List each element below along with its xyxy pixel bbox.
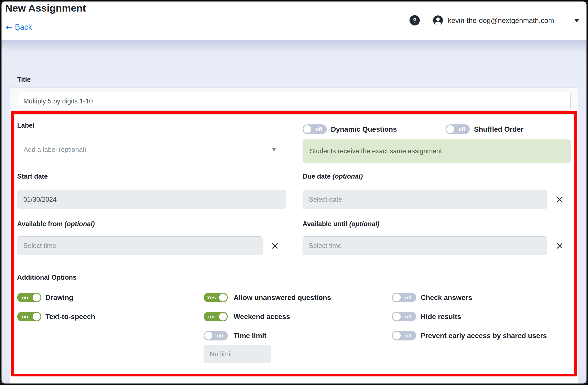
dropdown-caret-icon: ▼	[272, 139, 276, 160]
toggle-knob	[219, 294, 227, 302]
allow-unanswered-label: Allow unanswered questions	[233, 292, 331, 303]
label-field-label: Label	[17, 122, 35, 129]
due-date-clear-icon[interactable]	[556, 196, 564, 203]
back-link-label: Back	[15, 23, 32, 32]
back-arrow-icon: ←	[6, 23, 13, 31]
account-caret-icon[interactable]	[574, 19, 579, 22]
toggle-knob	[393, 294, 401, 302]
available-from-input[interactable]	[17, 236, 262, 255]
toggle-knob	[393, 313, 401, 321]
account-email[interactable]: kevin-the-dog@nextgenmath.com	[448, 17, 554, 25]
text-to-speech-toggle[interactable]: on	[17, 312, 41, 321]
due-date-label-text: Due date	[303, 173, 331, 180]
weekend-access-label: Weekend access	[233, 312, 290, 322]
top-bar: New Assignment ← Back ? kevin-the-dog@ne…	[0, 0, 588, 40]
label-select[interactable]: Add a label (optional) ▼	[17, 139, 286, 160]
available-from-optional-text: (optional)	[64, 220, 95, 228]
time-limit-input[interactable]	[204, 345, 271, 363]
app-window: New Assignment ← Back ? kevin-the-dog@ne…	[0, 0, 588, 385]
available-until-label: Available until (optional)	[303, 220, 379, 228]
back-link[interactable]: ← Back	[6, 23, 32, 32]
toggle-knob	[393, 332, 401, 340]
prevent-early-access-label: Prevent early access by shared users	[421, 331, 547, 341]
due-date-input[interactable]	[303, 190, 547, 209]
due-date-optional-text: (optional)	[333, 173, 363, 180]
page-title: New Assignment	[5, 2, 86, 14]
available-from-label-text: Available from	[17, 220, 63, 228]
text-to-speech-label: Text-to-speech	[45, 312, 95, 322]
time-limit-label: Time limit	[233, 331, 266, 341]
available-from-label: Available from (optional)	[17, 220, 95, 228]
question-mark-icon: ?	[413, 17, 417, 24]
available-until-clear-icon[interactable]	[556, 242, 564, 250]
title-field-label: Title	[17, 76, 31, 83]
additional-options-heading: Additional Options	[17, 274, 77, 281]
shuffled-order-toggle[interactable]: off	[445, 124, 470, 134]
dynamic-questions-toggle[interactable]: off	[303, 124, 327, 134]
hide-results-label: Hide results	[421, 312, 461, 322]
time-limit-toggle[interactable]: off	[204, 331, 228, 341]
toggle-knob	[204, 332, 212, 340]
start-date-input[interactable]	[17, 190, 286, 209]
check-answers-toggle[interactable]: off	[392, 293, 416, 302]
toggle-knob	[446, 125, 454, 133]
toggle-knob	[219, 313, 227, 321]
drawing-label: Drawing	[45, 292, 73, 303]
toggle-knob	[33, 294, 41, 302]
check-answers-label: Check answers	[421, 292, 472, 303]
available-until-input[interactable]	[303, 236, 547, 255]
toggle-knob	[303, 125, 311, 133]
toggle-knob	[33, 313, 41, 321]
start-date-label: Start date	[17, 173, 48, 180]
shuffled-order-label: Shuffled Order	[474, 124, 524, 134]
dynamic-questions-label: Dynamic Questions	[331, 124, 397, 134]
drawing-toggle[interactable]: on	[17, 293, 41, 302]
hide-results-toggle[interactable]: off	[392, 312, 416, 321]
available-until-label-text: Available until	[303, 220, 347, 228]
prevent-early-access-toggle[interactable]: off	[392, 331, 416, 341]
available-until-optional-text: (optional)	[349, 220, 379, 228]
avatar-icon[interactable]	[433, 15, 443, 25]
due-date-label: Due date (optional)	[303, 173, 363, 180]
allow-unanswered-toggle[interactable]: Yes	[204, 293, 228, 302]
info-banner-text: Students receive the exact same assignme…	[310, 139, 444, 163]
weekend-access-toggle[interactable]: on	[204, 312, 228, 321]
available-from-clear-icon[interactable]	[271, 242, 279, 250]
title-input[interactable]	[17, 92, 571, 110]
label-select-placeholder: Add a label (optional)	[23, 139, 86, 160]
info-banner: Students receive the exact same assignme…	[303, 139, 571, 163]
help-button[interactable]: ?	[410, 15, 420, 25]
